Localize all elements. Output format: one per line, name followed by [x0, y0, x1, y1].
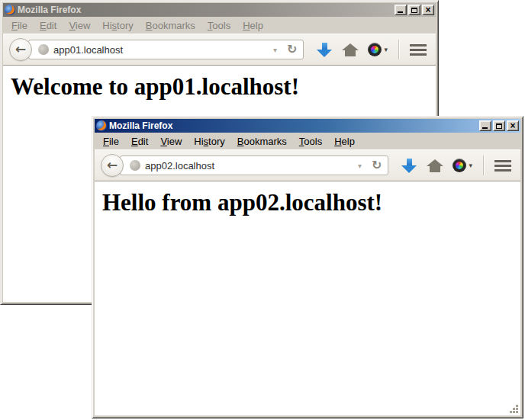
home-icon: [427, 159, 443, 166]
menu-item-view[interactable]: View: [63, 18, 96, 33]
toolbar-separator: [398, 40, 399, 59]
url-text[interactable]: app02.localhost: [145, 160, 351, 172]
titlebar[interactable]: Mozilla Firefox ×: [95, 119, 520, 133]
menu-item-edit[interactable]: Edit: [125, 134, 154, 149]
toolbar-separator: [483, 155, 484, 175]
menu-bar: FileEditViewHistoryBookmarksToolsHelp: [95, 133, 520, 149]
menu-item-file[interactable]: File: [97, 134, 125, 149]
menu-item-edit[interactable]: Edit: [34, 18, 63, 33]
page-heading: Welcome to app01.localhost!: [11, 73, 436, 101]
titlebar[interactable]: Mozilla Firefox ×: [3, 3, 436, 17]
resize-grip[interactable]: [508, 403, 519, 414]
maximize-icon: [496, 123, 502, 129]
url-bar[interactable]: app02.localhost ▾ ↻: [120, 155, 388, 175]
globe-icon: [130, 160, 140, 171]
menu-item-help[interactable]: Help: [328, 134, 361, 149]
hamburger-menu-button[interactable]: [407, 38, 430, 61]
menu-item-help[interactable]: Help: [237, 18, 269, 33]
minimize-icon: [398, 11, 403, 13]
color-wheel-icon: [368, 43, 382, 56]
hamburger-icon: [410, 44, 427, 56]
download-button[interactable]: [396, 154, 422, 177]
navigation-toolbar: ← app01.localhost ▾ ↻ ▾: [3, 34, 436, 66]
firefox-icon: [96, 120, 107, 131]
maximize-button[interactable]: [493, 120, 505, 131]
navigation-toolbar: ← app02.localhost ▾ ↻ ▾: [95, 149, 520, 181]
chevron-down-icon: ▾: [469, 162, 472, 169]
back-icon: ←: [15, 43, 26, 56]
menu-bar: FileEditViewHistoryBookmarksToolsHelp: [3, 17, 436, 34]
page-heading: Hello from app02.localhost!: [102, 189, 520, 216]
minimize-button[interactable]: [479, 120, 491, 131]
menu-item-file[interactable]: File: [5, 18, 34, 33]
urlbar-dropdown-icon[interactable]: ▾: [356, 162, 364, 170]
window-controls: ×: [395, 5, 434, 15]
addon-color-wheel-button[interactable]: ▾: [368, 43, 388, 56]
addon-color-wheel-button[interactable]: ▾: [453, 159, 472, 172]
urlbar-dropdown-icon[interactable]: ▾: [271, 46, 279, 54]
back-icon: ←: [107, 159, 118, 172]
menu-item-history[interactable]: History: [188, 134, 230, 149]
menu-item-tools[interactable]: Tools: [293, 134, 328, 149]
firefox-window-app02: Mozilla Firefox × FileEditViewHistoryBoo…: [92, 116, 523, 418]
menu-item-history[interactable]: History: [96, 18, 139, 33]
chevron-down-icon: ▾: [384, 46, 388, 53]
menu-item-view[interactable]: View: [154, 134, 188, 149]
download-button[interactable]: [311, 38, 337, 61]
back-button[interactable]: ←: [101, 154, 124, 177]
download-icon: [407, 159, 412, 165]
page-content: Hello from app02.localhost!: [95, 181, 520, 415]
home-icon: [342, 43, 359, 50]
url-text[interactable]: app01.localhost: [53, 44, 266, 56]
menu-item-tools[interactable]: Tools: [201, 18, 237, 33]
close-button[interactable]: ×: [422, 5, 434, 15]
reload-button[interactable]: ↻: [369, 159, 385, 172]
window-controls: ×: [479, 120, 519, 131]
color-wheel-icon: [453, 159, 466, 172]
firefox-icon: [5, 5, 15, 15]
window-title: Mozilla Firefox: [18, 5, 392, 15]
menu-item-bookmarks[interactable]: Bookmarks: [140, 18, 201, 33]
hamburger-icon: [494, 160, 511, 172]
minimize-button[interactable]: [395, 5, 407, 15]
download-icon: [322, 43, 327, 50]
reload-button[interactable]: ↻: [284, 43, 300, 56]
menu-item-bookmarks[interactable]: Bookmarks: [231, 134, 293, 149]
hamburger-menu-button[interactable]: [491, 154, 514, 177]
window-title: Mozilla Firefox: [109, 120, 477, 131]
maximize-button[interactable]: [408, 5, 420, 15]
url-bar[interactable]: app01.localhost ▾ ↻: [28, 40, 304, 59]
home-button[interactable]: [422, 154, 448, 177]
close-button[interactable]: ×: [507, 120, 519, 131]
maximize-icon: [411, 8, 417, 13]
back-button[interactable]: ←: [9, 38, 32, 61]
globe-icon: [38, 44, 49, 55]
minimize-icon: [482, 127, 488, 129]
home-button[interactable]: [337, 38, 363, 61]
